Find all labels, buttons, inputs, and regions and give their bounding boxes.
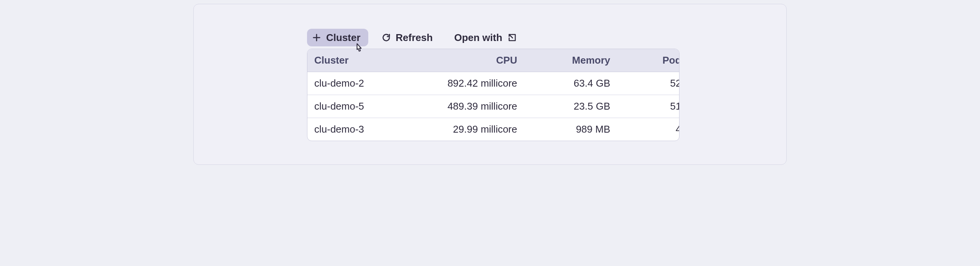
table-row[interactable]: clu-demo-2 892.42 millicore 63.4 GB 523 [307, 72, 679, 95]
cell-cpu: 29.99 millicore [418, 123, 517, 135]
cell-cluster: clu-demo-5 [314, 100, 418, 112]
open-with-button[interactable]: Open with [449, 29, 524, 46]
cell-pods: 48 [610, 123, 679, 135]
cell-memory: 63.4 GB [517, 77, 610, 89]
col-header-pods[interactable]: Pods [610, 54, 679, 66]
add-cluster-button[interactable]: Cluster [307, 29, 368, 46]
col-header-cluster[interactable]: Cluster [314, 54, 418, 66]
cell-cluster: clu-demo-2 [314, 77, 418, 89]
table-header: Cluster CPU Memory Pods [307, 49, 679, 72]
open-with-label: Open with [454, 33, 502, 43]
col-header-memory[interactable]: Memory [517, 54, 610, 66]
table-row[interactable]: clu-demo-3 29.99 millicore 989 MB 48 [307, 118, 679, 141]
toolbar: Cluster Refresh Open with [307, 29, 673, 46]
svg-line-2 [509, 34, 513, 38]
plus-icon [312, 33, 321, 42]
add-cluster-label: Cluster [326, 33, 361, 43]
table-row[interactable]: clu-demo-5 489.39 millicore 23.5 GB 514 [307, 95, 679, 118]
cell-cpu: 489.39 millicore [418, 100, 517, 112]
refresh-label: Refresh [396, 33, 433, 43]
cell-memory: 989 MB [517, 123, 610, 135]
cell-cpu: 892.42 millicore [418, 77, 517, 89]
cluster-table: Cluster CPU Memory Pods clu-demo-2 892.4… [307, 49, 679, 141]
col-header-cpu[interactable]: CPU [418, 54, 517, 66]
cell-cluster: clu-demo-3 [314, 123, 418, 135]
main-panel: Cluster Refresh Open with [193, 4, 787, 165]
cell-memory: 23.5 GB [517, 100, 610, 112]
refresh-icon [382, 33, 390, 42]
refresh-button[interactable]: Refresh [377, 29, 441, 46]
cell-pods: 523 [610, 77, 679, 89]
open-external-icon [508, 33, 517, 42]
cell-pods: 514 [610, 100, 679, 112]
